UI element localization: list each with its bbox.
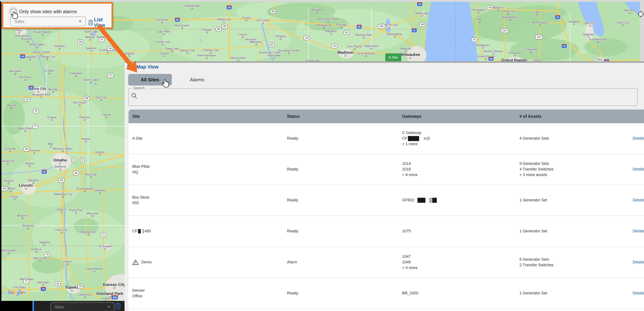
alarms-only-checkbox-label: Only show sites with alarms — [19, 9, 77, 14]
column-header-status: Status — [287, 109, 300, 123]
table-row-partial — [128, 309, 644, 311]
status-value: Ready — [287, 136, 388, 141]
gateway-line: 1075 — [402, 228, 514, 234]
redaction-box — [424, 137, 426, 140]
city-label: Clare — [533, 10, 540, 13]
asset-line: 2 Transfer Switches — [520, 262, 628, 268]
route-shield: 131 — [501, 28, 508, 33]
city-label: Sergeant Bluff — [32, 93, 50, 96]
route-shield: 10 — [486, 5, 492, 10]
city-label: Spirit Lake — [84, 30, 98, 33]
route-shield: 90 — [356, 24, 362, 29]
sites-dropdown-dimmed[interactable]: Sites — [50, 302, 114, 311]
site-text: CF — [132, 228, 138, 234]
city-label: Charles City — [202, 48, 219, 52]
city-label: Sioux Center — [33, 50, 50, 54]
list-view-panel: Map View All Sites Alarms Search ... Sit… — [124, 61, 644, 311]
route-shield: 71 — [99, 37, 105, 42]
map-site-marker[interactable]: A Site — [385, 53, 401, 61]
city-label: Shenandoah — [76, 187, 93, 191]
asset-line: 1 Generator Set — [520, 291, 628, 296]
city-label: Wahoo — [25, 162, 34, 165]
route-shield: 71 — [100, 232, 106, 237]
site-name-with-alarm: Demo — [132, 259, 284, 265]
city-label: Big Rapids — [503, 15, 517, 19]
city-label: Mason City — [180, 49, 195, 52]
search-input[interactable]: Search ... — [128, 88, 638, 106]
status-value: Ready — [287, 197, 388, 203]
city-label: Kansas City — [103, 282, 126, 287]
city-label: Harlan — [82, 137, 90, 141]
route-shield: 14 — [304, 35, 309, 40]
city-label: Albert Lea — [217, 18, 230, 21]
city-label: Fremont — [28, 149, 40, 152]
status-value: Ready — [287, 291, 388, 296]
details-link[interactable]: Details — [633, 228, 644, 234]
city-label: Schuyler — [4, 147, 16, 151]
sites-dropdown[interactable]: Sites — [10, 16, 86, 26]
map-icon — [128, 65, 132, 69]
gateway-line: C Gateway — [402, 130, 514, 136]
status-value: Ready — [287, 228, 388, 234]
route-shield: 34 — [58, 178, 64, 183]
site-name: A Site — [132, 136, 284, 141]
site-name: Denver — [132, 288, 284, 293]
details-link[interactable]: Details — [633, 197, 644, 203]
google-logo-letter: G — [8, 290, 11, 295]
city-label: Vermillion — [9, 69, 22, 73]
left-edge-strip — [0, 1, 2, 311]
city-label: Blair — [48, 142, 54, 146]
bottom-control-bar: Sites — [0, 301, 124, 311]
asset-line: 1 Generator Set — [520, 197, 628, 203]
city-label: Elk Point — [19, 76, 31, 79]
city-label: Omaha — [53, 158, 67, 163]
gateway-line: 1018 — [402, 167, 514, 172]
route-shield: 75 — [44, 252, 50, 257]
city-label: Stewartville — [185, 4, 200, 7]
route-shield: 59 — [77, 39, 83, 44]
city-label: Holton — [63, 260, 72, 263]
city-label: Maryville — [86, 212, 98, 215]
city-label: Sheboygan — [414, 11, 430, 15]
details-link[interactable]: Details — [633, 136, 644, 141]
city-label: Sun Prairie — [347, 45, 362, 48]
route-shield: 75 — [555, 15, 560, 20]
route-shield: 96 — [488, 56, 494, 61]
city-label: Saginaw — [583, 33, 594, 36]
city-label: Blue Earth — [175, 24, 189, 27]
search-icon — [131, 92, 138, 100]
city-label: Midland — [569, 20, 579, 23]
route-shield: 90 — [174, 17, 180, 22]
alarms-only-checkbox[interactable] — [11, 9, 16, 14]
city-label: Forest City — [156, 40, 170, 44]
site-name-line2: Office — [132, 293, 284, 299]
route-shield: 29 — [20, 54, 26, 59]
route-shield: 71 — [108, 73, 113, 78]
city-label: Leavenworth — [86, 267, 103, 271]
tab-alarms[interactable]: Alarms — [172, 74, 222, 85]
details-link[interactable]: Details — [633, 167, 644, 172]
site-name: Blue Pillar — [132, 164, 284, 169]
city-label: Lincoln — [19, 183, 33, 188]
crosshair-icon[interactable] — [637, 10, 644, 17]
city-label: Sheldon — [54, 44, 65, 48]
list-view-button[interactable]: List View — [88, 17, 112, 28]
list-view-icon[interactable] — [115, 302, 120, 310]
city-label: Madison — [337, 50, 354, 55]
details-link[interactable]: Details — [633, 291, 644, 296]
route-shield: 127 — [535, 35, 542, 39]
city-label: Rock Port — [70, 209, 82, 212]
city-label: Wisconsin Dells — [318, 17, 338, 21]
city-label: Algona — [125, 52, 134, 55]
city-label: Harrisburg — [15, 34, 29, 37]
city-label: Le Mars — [44, 69, 55, 72]
city-label: Olathe — [101, 297, 110, 300]
city-label: Mt Pleasant — [532, 21, 548, 24]
route-shield: 24 — [55, 281, 61, 286]
map-view-link[interactable]: Map View — [136, 64, 159, 70]
route-shield: 69 — [216, 27, 222, 31]
city-label: Baldwin — [493, 6, 504, 9]
tab-all-sites[interactable]: All Sites — [128, 74, 172, 85]
details-link[interactable]: Details — [633, 259, 644, 265]
route-shield: 45 — [419, 22, 425, 27]
